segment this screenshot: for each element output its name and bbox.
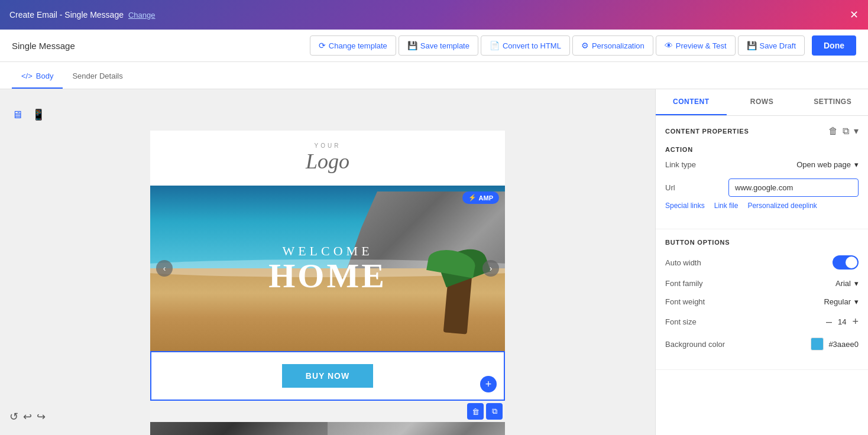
logo: YOUR Logo [162, 142, 493, 174]
done-button[interactable]: Done [812, 35, 856, 56]
panel-tabs: CONTENT ROWS SETTINGS [656, 89, 868, 116]
reset-icon: ↺ [9, 411, 18, 423]
personalization-label: Personalization [592, 41, 644, 50]
top-bar-left: Create Email - Single Message Change [9, 10, 156, 20]
email-canvas-wrapper: YOUR Logo ⚡ AM [150, 131, 505, 435]
panel-tab-settings[interactable]: SETTINGS [797, 89, 868, 115]
button-section: BUY NOW + [150, 351, 505, 401]
save-template-icon: 💾 [407, 41, 417, 50]
link-type-value: Open web page [796, 160, 851, 169]
save-template-button[interactable]: 💾 Save template [399, 35, 478, 56]
copy-content-button[interactable]: ⧉ [843, 125, 849, 137]
color-value: #3aaee0 [828, 340, 859, 349]
undo-button[interactable]: ↩ [23, 410, 32, 423]
preview-test-button[interactable]: 👁 Preview & Test [656, 35, 736, 56]
body-tab-label: Body [36, 72, 54, 80]
tab-sender-details[interactable]: Sender Details [63, 64, 132, 89]
action-title: ACTION [665, 146, 859, 153]
carousel-prev-button[interactable]: ‹ [156, 260, 173, 277]
desktop-icon: 🖥 [12, 109, 22, 121]
font-size-minus-button[interactable]: – [826, 316, 832, 328]
convert-html-icon: 📄 [490, 41, 500, 50]
minus-icon: – [826, 316, 832, 327]
change-template-button[interactable]: ⟳ Change template [310, 35, 396, 56]
carousel-text: WELCOME HOME [268, 244, 387, 293]
font-size-control: – 14 + [826, 316, 859, 328]
auto-width-row: Auto width [665, 255, 859, 270]
font-family-chevron: ▾ [854, 279, 859, 288]
copy-content-icon: ⧉ [843, 126, 849, 136]
link-type-row: Link type Open web page ▾ [665, 160, 859, 169]
convert-html-button[interactable]: 📄 Convert to HTML [481, 35, 570, 56]
link-type-select[interactable]: Open web page ▾ [796, 160, 859, 169]
save-draft-button[interactable]: 💾 Save Draft [738, 35, 805, 56]
trash-icon: 🗑 [472, 407, 480, 416]
font-family-select[interactable]: Arial ▾ [835, 279, 859, 288]
delete-section-button[interactable]: 🗑 [467, 403, 484, 420]
add-element-button[interactable]: + [480, 376, 497, 392]
content-properties-header: CONTENT PROPERTIES 🗑 ⧉ ▾ [665, 125, 859, 137]
personalization-button[interactable]: ⚙ Personalization [572, 35, 653, 56]
toggle-knob [846, 257, 857, 268]
content-properties-section: CONTENT PROPERTIES 🗑 ⧉ ▾ ACTION Lin [656, 116, 868, 229]
font-weight-select[interactable]: Regular ▾ [824, 297, 859, 306]
change-link[interactable]: Change [128, 11, 156, 20]
logo-script-text: Logo [306, 150, 349, 173]
personalization-icon: ⚙ [581, 41, 589, 50]
preview-img-right [328, 422, 505, 435]
copy-section-button[interactable]: ⧉ [486, 403, 503, 420]
color-swatch [811, 337, 824, 350]
font-size-value: 14 [838, 317, 846, 326]
panel-tab-content[interactable]: CONTENT [656, 89, 727, 115]
button-options-title: BUTTON OPTIONS [665, 239, 859, 246]
logo-your-text: YOUR [162, 142, 493, 149]
main-layout: 🖥 📱 YOUR Logo [0, 89, 868, 435]
tab-body[interactable]: </> Body [12, 64, 63, 89]
canvas-area[interactable]: 🖥 📱 YOUR Logo [0, 89, 655, 435]
delete-content-button[interactable]: 🗑 [828, 125, 838, 137]
personalized-deeplink-option[interactable]: Personalized deeplink [747, 202, 817, 210]
font-family-value: Arial [835, 279, 851, 288]
reset-button[interactable]: ↺ [9, 410, 18, 423]
special-links-option[interactable]: Special links [665, 202, 705, 210]
background-color-row: Background color #3aaee0 [665, 337, 859, 350]
font-family-row: Font family Arial ▾ [665, 279, 859, 288]
desktop-view-button[interactable]: 🖥 [9, 106, 25, 124]
link-type-chevron: ▾ [854, 160, 859, 169]
content-properties-title: CONTENT PROPERTIES [665, 128, 749, 135]
home-text: HOME [268, 259, 387, 293]
font-weight-chevron: ▾ [854, 297, 859, 306]
email-canvas: YOUR Logo ⚡ AM [150, 131, 505, 435]
logo-section: YOUR Logo [150, 131, 505, 186]
plus-icon: + [852, 316, 859, 327]
url-input[interactable] [728, 178, 859, 197]
redo-button[interactable]: ↪ [37, 410, 46, 423]
save-draft-label: Save Draft [760, 41, 796, 50]
close-icon[interactable]: ✕ [850, 8, 859, 21]
copy-icon: ⧉ [492, 407, 497, 416]
buy-now-button[interactable]: BUY NOW [282, 364, 373, 388]
amp-badge: ⚡ AMP [462, 191, 499, 204]
link-file-option[interactable]: Link file [714, 202, 739, 210]
toolbar-actions: ⟳ Change template 💾 Save template 📄 Conv… [310, 35, 856, 56]
single-message-title: Single Message [12, 41, 75, 51]
panel-tab-rows[interactable]: ROWS [727, 89, 798, 115]
mobile-view-button[interactable]: 📱 [30, 106, 47, 124]
font-size-label: Font size [665, 317, 697, 326]
convert-html-label: Convert to HTML [503, 41, 561, 50]
auto-width-toggle[interactable] [833, 255, 859, 270]
collapse-panel-button[interactable]: ▾ [854, 125, 859, 137]
preview-img-left [150, 422, 328, 435]
color-swatch-container[interactable]: #3aaee0 [811, 337, 859, 350]
right-arrow-icon: › [490, 264, 493, 273]
delete-icon: 🗑 [828, 126, 838, 136]
url-label: Url [665, 183, 675, 192]
mobile-icon: 📱 [32, 109, 45, 121]
font-family-label: Font family [665, 279, 703, 288]
carousel-next-button[interactable]: › [482, 260, 499, 277]
carousel-section: ⚡ AMP WELCOME HOME ‹ › [150, 186, 505, 351]
font-size-plus-button[interactable]: + [852, 316, 859, 328]
section-controls: 🗑 ⧉ [150, 401, 505, 422]
link-options: Special links Link file Personalized dee… [665, 202, 859, 210]
font-weight-label: Font weight [665, 297, 705, 306]
